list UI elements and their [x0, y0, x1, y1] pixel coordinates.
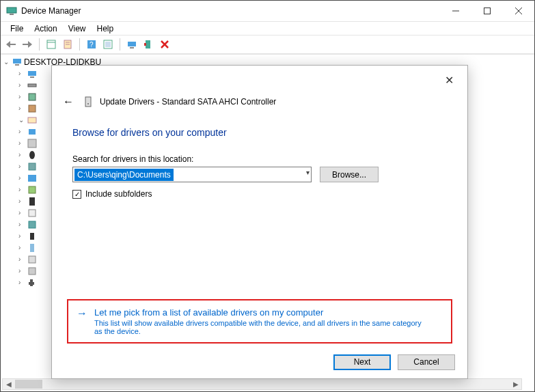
menu-help[interactable]: Help: [92, 23, 120, 35]
dialog-header: ← Update Drivers - Standard SATA AHCI Co…: [52, 93, 467, 115]
menu-view[interactable]: View: [63, 23, 92, 35]
browse-button[interactable]: Browse...: [320, 167, 379, 182]
svg-rect-27: [28, 84, 36, 87]
properties-button[interactable]: [60, 37, 75, 52]
svg-rect-32: [28, 139, 36, 148]
device-category-icon: [27, 69, 38, 79]
dialog-close-button[interactable]: ✕: [439, 71, 459, 89]
device-category-icon: [27, 278, 38, 288]
dialog-title: Update Drivers - Standard SATA AHCI Cont…: [100, 97, 276, 107]
caret-icon[interactable]: ›: [18, 221, 27, 228]
caret-icon[interactable]: ›: [18, 81, 27, 89]
svg-rect-38: [29, 210, 36, 216]
svg-rect-43: [29, 268, 36, 275]
caret-icon[interactable]: ›: [18, 244, 27, 251]
caret-icon[interactable]: ›: [18, 151, 27, 158]
device-category-icon: [27, 243, 38, 253]
titlebar: Device Manager: [1, 1, 534, 21]
caret-icon[interactable]: ›: [18, 279, 27, 286]
svg-rect-35: [28, 175, 36, 182]
update-drivers-dialog: ✕ ← Update Drivers - Standard SATA AHCI …: [51, 65, 468, 379]
next-button[interactable]: Next: [333, 354, 391, 370]
caret-icon[interactable]: ›: [18, 232, 27, 240]
caret-icon[interactable]: ›: [18, 267, 27, 275]
caret-icon[interactable]: ›: [18, 163, 27, 170]
forward-button[interactable]: [20, 37, 35, 52]
scrollbar-thumb[interactable]: [15, 380, 42, 389]
toolbar: ?: [1, 35, 534, 54]
close-button[interactable]: [503, 1, 534, 21]
window-title: Device Manager: [21, 6, 440, 16]
caret-icon[interactable]: ›: [18, 128, 27, 135]
svg-rect-31: [29, 129, 36, 135]
svg-rect-28: [29, 94, 36, 100]
cancel-button[interactable]: Cancel: [398, 354, 455, 370]
svg-rect-17: [128, 42, 136, 46]
location-value: C:\Users\qing\Documents: [74, 169, 174, 181]
svg-rect-16: [105, 42, 111, 47]
svg-rect-36: [29, 186, 36, 193]
svg-rect-41: [30, 244, 34, 252]
include-subfolders-checkbox[interactable]: ✓ Include subfolders: [72, 189, 447, 199]
device-category-icon: [27, 92, 38, 102]
device-category-icon: [27, 185, 38, 195]
device-category-icon: [27, 220, 38, 229]
arrow-right-icon: →: [77, 307, 87, 320]
svg-rect-26: [30, 76, 34, 78]
action-button[interactable]: [100, 37, 115, 52]
svg-point-33: [29, 151, 35, 159]
caret-icon[interactable]: ›: [18, 255, 27, 263]
menu-action[interactable]: Action: [29, 23, 62, 35]
svg-text:?: ?: [90, 41, 94, 48]
pick-from-list-option[interactable]: → Let me pick from a list of available d…: [67, 299, 452, 344]
include-subfolders-label: Include subfolders: [85, 189, 152, 199]
computer-icon: [12, 57, 23, 67]
svg-rect-7: [23, 44, 28, 45]
back-arrow-button[interactable]: ←: [60, 93, 77, 111]
device-category-icon: [27, 255, 38, 264]
menu-file[interactable]: File: [5, 23, 29, 35]
checkbox-checked-icon: ✓: [72, 190, 81, 199]
svg-rect-37: [29, 197, 35, 206]
help-button[interactable]: ?: [84, 37, 99, 52]
caret-down-icon[interactable]: ⌄: [3, 58, 12, 66]
device-category-icon: [27, 173, 38, 183]
caret-icon[interactable]: ›: [18, 70, 27, 77]
horizontal-scrollbar[interactable]: ◀ ▶: [2, 378, 522, 390]
svg-rect-46: [85, 97, 91, 107]
chevron-down-icon[interactable]: ▾: [306, 169, 310, 176]
svg-rect-19: [146, 40, 150, 48]
device-category-icon: [27, 232, 38, 241]
app-icon: [6, 5, 17, 16]
device-category-icon: [27, 127, 38, 137]
minimize-button[interactable]: [440, 1, 471, 21]
caret-icon[interactable]: ›: [18, 209, 27, 216]
scroll-right-icon[interactable]: ▶: [510, 379, 521, 389]
window-controls: [440, 1, 534, 21]
scan-hardware-button[interactable]: [124, 37, 139, 52]
caret-icon[interactable]: ⌄: [18, 116, 27, 124]
device-category-icon: [27, 162, 38, 171]
svg-rect-23: [13, 59, 21, 64]
svg-rect-8: [47, 40, 55, 48]
show-hide-console-button[interactable]: [44, 37, 59, 52]
location-combobox[interactable]: C:\Users\qing\Documents ▾: [72, 167, 312, 182]
search-location-label: Search for drivers in this location:: [72, 154, 447, 164]
caret-icon[interactable]: ›: [18, 104, 27, 112]
svg-rect-24: [15, 64, 19, 66]
scroll-left-icon[interactable]: ◀: [3, 379, 14, 389]
caret-icon[interactable]: ›: [18, 174, 27, 182]
caret-icon[interactable]: ›: [18, 139, 27, 147]
maximize-button[interactable]: [471, 1, 503, 21]
caret-icon[interactable]: ›: [18, 197, 27, 205]
back-button[interactable]: [3, 37, 18, 52]
svg-rect-39: [29, 221, 36, 228]
caret-icon[interactable]: ›: [18, 93, 27, 100]
svg-rect-0: [7, 8, 16, 13]
uninstall-button[interactable]: [157, 37, 172, 52]
device-category-icon: [27, 266, 38, 276]
device-category-icon: [27, 197, 38, 206]
add-hardware-button[interactable]: [141, 37, 156, 52]
caret-icon[interactable]: ›: [18, 186, 27, 193]
svg-point-47: [87, 103, 89, 104]
